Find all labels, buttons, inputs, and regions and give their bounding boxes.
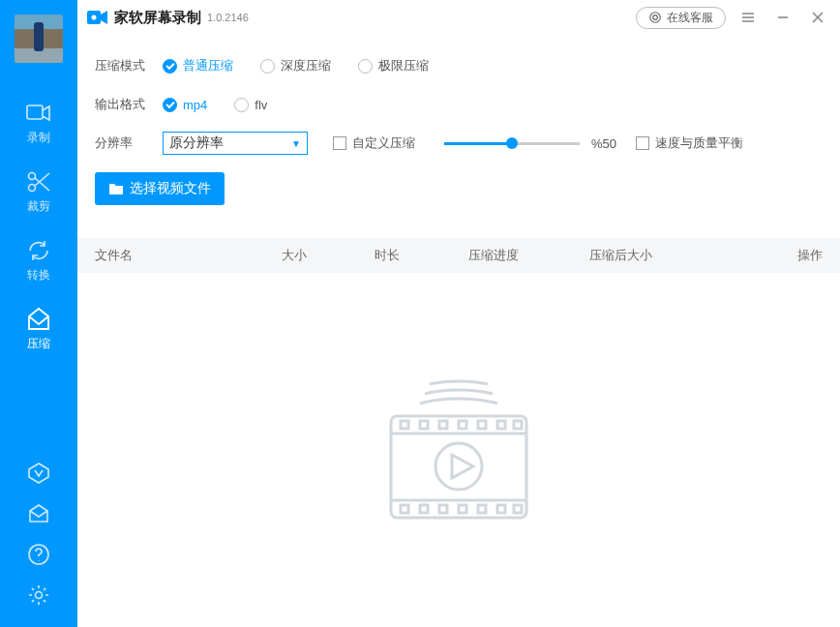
avatar[interactable] [0,6,77,72]
radio-ultra-compress[interactable]: 极限压缩 [358,57,429,75]
radio-deep-compress[interactable]: 深度压缩 [260,57,331,75]
svg-point-1 [29,173,36,180]
col-after: 压缩后大小 [589,247,730,264]
app-version: 1.0.2146 [207,12,249,23]
checkbox-speed-quality[interactable]: 速度与质量平衡 [636,134,743,152]
sidebar-item-label: 压缩 [27,336,50,352]
sidebar-item-label: 转换 [27,267,50,284]
output-format-label: 输出格式 [95,96,163,113]
sidebar-item-convert[interactable]: 转换 [0,238,77,284]
options-panel: 压缩模式 普通压缩 深度压缩 极限压缩 输出格式 mp4 flv [77,35,840,223]
svg-rect-15 [459,421,466,429]
menu-icon[interactable] [735,5,761,30]
svg-rect-21 [439,505,447,513]
svg-rect-16 [478,421,486,429]
customer-service-label: 在线客服 [667,10,713,26]
table-header: 文件名 大小 时长 压缩进度 压缩后大小 操作 [77,238,840,273]
svg-point-6 [92,15,97,20]
sidebar: 录制 裁剪 转换 压缩 [0,0,77,627]
radio-normal-compress[interactable]: 普通压缩 [163,57,233,75]
choose-file-button[interactable]: 选择视频文件 [95,172,225,205]
customer-service-button[interactable]: 在线客服 [636,7,726,29]
col-progress: 压缩进度 [468,247,589,264]
svg-point-8 [650,13,661,23]
col-duration: 时长 [375,247,467,264]
titlebar: 家软屏幕录制 1.0.2146 在线客服 [77,0,840,35]
folder-icon [108,182,124,195]
scissors-icon [26,169,51,194]
svg-point-7 [653,15,658,20]
svg-rect-24 [497,505,505,513]
settings-icon[interactable] [26,582,51,608]
choose-file-label: 选择视频文件 [130,180,211,197]
vip-icon[interactable] [26,461,51,486]
svg-rect-9 [391,416,526,518]
resolution-label: 分辨率 [95,134,163,152]
col-name: 文件名 [95,247,282,264]
col-size: 大小 [282,247,375,264]
empty-video-icon [376,373,541,527]
convert-icon [26,238,51,263]
svg-point-2 [29,185,36,192]
svg-rect-22 [459,505,466,513]
radio-flv[interactable]: flv [234,98,267,112]
radio-mp4[interactable]: mp4 [163,98,207,112]
app-logo-icon [87,7,108,28]
svg-rect-12 [401,421,408,429]
mail-icon[interactable] [26,501,51,526]
svg-rect-25 [514,505,522,513]
resolution-value: 原分辨率 [169,134,224,152]
svg-rect-20 [420,505,428,513]
col-op: 操作 [730,247,823,264]
compress-slider[interactable] [444,142,580,145]
sidebar-item-label: 裁剪 [27,198,50,215]
sidebar-item-record[interactable]: 录制 [0,101,77,146]
sidebar-item-compress[interactable]: 压缩 [0,307,77,352]
svg-rect-13 [420,421,428,429]
main: 家软屏幕录制 1.0.2146 在线客服 压缩模式 普通压缩 [77,0,840,627]
svg-rect-14 [439,421,447,429]
compress-icon [26,307,51,332]
svg-rect-18 [514,421,522,429]
svg-rect-17 [497,421,505,429]
svg-rect-19 [401,505,408,513]
minimize-icon[interactable] [770,5,795,30]
empty-state [77,273,840,627]
svg-rect-0 [27,105,43,119]
chevron-down-icon: ▼ [291,138,301,149]
slider-percent: %50 [591,136,616,151]
sidebar-item-cut[interactable]: 裁剪 [0,169,77,215]
resolution-select[interactable]: 原分辨率 ▼ [163,132,308,155]
svg-rect-23 [478,505,486,513]
help-icon[interactable] [26,542,51,567]
checkbox-custom-compress[interactable]: 自定义压缩 [333,134,415,152]
camera-icon [26,101,51,126]
compress-mode-label: 压缩模式 [95,57,163,75]
close-icon[interactable] [805,5,830,30]
app-title: 家软屏幕录制 [114,9,201,27]
sidebar-item-label: 录制 [27,130,50,146]
svg-point-4 [36,592,43,599]
